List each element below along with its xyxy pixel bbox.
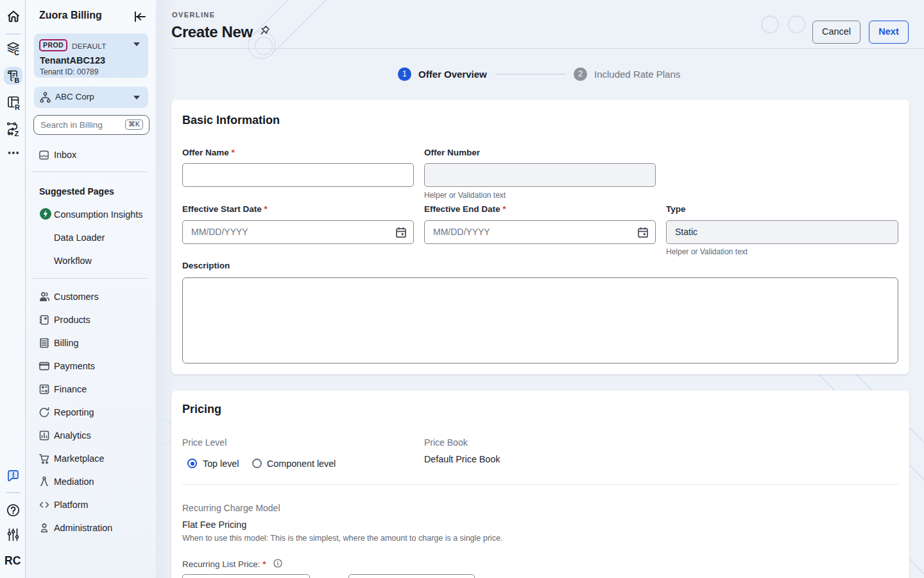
svg-text:R: R [15,103,20,110]
svg-text:C: C [14,49,19,56]
svg-text:Z: Z [15,130,19,137]
svg-text:B: B [14,76,19,83]
